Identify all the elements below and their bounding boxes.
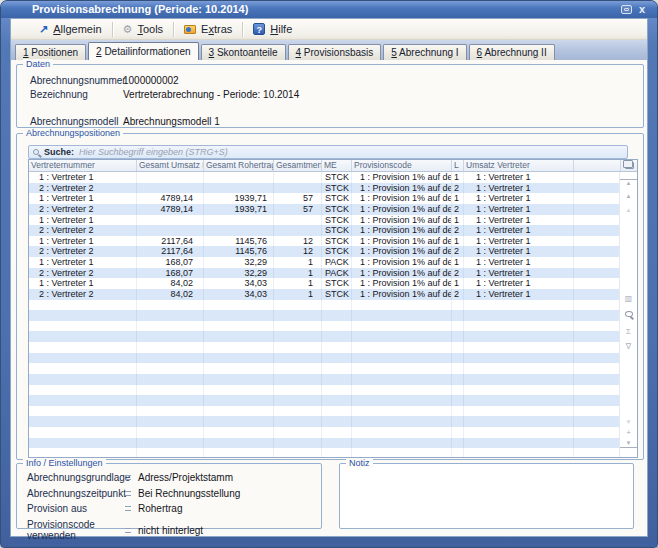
scroll-up-page-icon[interactable]: ▲ (620, 207, 637, 214)
table-row[interactable]: 1 : Vertreter 1STCK1 : Provision 1% auf … (29, 215, 621, 226)
equals-icon (125, 491, 131, 496)
menu-item-extras[interactable]: Extras (177, 21, 239, 37)
grid-search-icon[interactable] (625, 311, 633, 317)
table-row-empty[interactable] (29, 331, 621, 342)
menu-item-allgemein[interactable]: ↗Allgemein (32, 21, 109, 37)
grid-cell (274, 416, 322, 427)
search-input[interactable] (79, 147, 623, 157)
table-row[interactable]: 2 : Vertreter 2STCK1 : Provision 1% auf … (29, 225, 621, 236)
tab-5-abrechnung-i[interactable]: 5 Abrechnung I (383, 44, 466, 60)
grid-cell (137, 331, 204, 342)
table-row-empty[interactable] (29, 448, 621, 457)
tab-3-skontoanteile[interactable]: 3 Skontoanteile (201, 44, 286, 60)
scroll-up-icon[interactable]: ▲ (620, 193, 637, 200)
grid-cell (137, 172, 204, 183)
column-header-umsatz-vertreter[interactable]: Umsatz Vertreter (464, 160, 574, 171)
title-bar[interactable]: Provisionsabrechnung (Periode: 10.2014) … (1, 1, 657, 18)
grid-cell: STCK (322, 172, 352, 183)
grid-cell (452, 310, 464, 321)
grid-cell (204, 172, 274, 183)
column-header-me[interactable]: ME (322, 160, 352, 171)
grid-cell: 2 (452, 289, 464, 300)
menu-item-hilfe[interactable]: ?Hilfe (246, 21, 299, 37)
table-row-empty[interactable] (29, 438, 621, 449)
grid-cell: 57 (274, 204, 322, 215)
grid-cell: 1 : Vertreter 1 (464, 193, 574, 204)
grid-cell (574, 204, 621, 215)
column-header-gesamtmenge[interactable]: Gesamtmenge (274, 160, 322, 171)
column-header-provisionscode[interactable]: Provisionscode (352, 160, 452, 171)
table-row-empty[interactable] (29, 310, 621, 321)
scroll-to-bottom-icon[interactable]: ▼ (620, 440, 637, 448)
table-row[interactable]: 2 : Vertreter 2STCK1 : Provision 1% auf … (29, 183, 621, 194)
grid-cell: 1 : Vertreter 1 (464, 289, 574, 300)
table-row[interactable]: 2 : Vertreter 284,0234,031STCK1 : Provis… (29, 289, 621, 300)
table-row[interactable]: 1 : Vertreter 184,0234,031STCK1 : Provis… (29, 278, 621, 289)
menu-item-tools[interactable]: ⚙Tools (116, 21, 171, 37)
tab-6-abrechnung-ii[interactable]: 6 Abrechnung II (469, 44, 555, 60)
scroll-to-top-icon[interactable]: ▲ (620, 179, 637, 187)
grid-cell (137, 353, 204, 364)
grid-cell: STCK (322, 246, 352, 257)
tab-2-detailinformationen[interactable]: 2 Detailinformationen (88, 42, 199, 60)
table-row-empty[interactable] (29, 342, 621, 353)
grid-cell (204, 183, 274, 194)
table-row[interactable]: 2 : Vertreter 22117,641145,7612STCK1 : P… (29, 246, 621, 257)
filter-icon[interactable]: ∇ (620, 342, 637, 351)
table-row-empty[interactable] (29, 395, 621, 406)
table-row[interactable]: 1 : Vertreter 1168,0732,291PACK1 : Provi… (29, 257, 621, 268)
grid-cell: 84,02 (137, 289, 204, 300)
table-row-empty[interactable] (29, 353, 621, 364)
info-legend: Info / Einstellungen (23, 458, 106, 468)
grid-cell: STCK (322, 278, 352, 289)
column-header-l[interactable]: L (452, 160, 464, 171)
table-row[interactable]: 2 : Vertreter 24789,141939,7157STCK1 : P… (29, 204, 621, 215)
table-row-empty[interactable] (29, 406, 621, 417)
restore-window-icon[interactable] (621, 5, 632, 14)
table-row[interactable]: 2 : Vertreter 2168,0732,291PACK1 : Provi… (29, 268, 621, 279)
grid-cell (137, 448, 204, 457)
notiz-groupbox[interactable]: Notiz (339, 463, 634, 529)
table-row-empty[interactable] (29, 427, 621, 438)
field-row: Provisionscode verwendennicht hinterlegt (27, 519, 203, 541)
table-row-empty[interactable] (29, 300, 621, 311)
grid-cell: 168,07 (137, 257, 204, 268)
grid-cell (464, 321, 574, 332)
grid-cell (274, 427, 322, 438)
columns-view-icon[interactable]: ▥ (620, 294, 637, 303)
notiz-textarea[interactable] (341, 465, 632, 527)
grid-cell (452, 427, 464, 438)
grid-cell (29, 395, 137, 406)
table-row-empty[interactable] (29, 321, 621, 332)
column-header-vertreternummer[interactable]: Vertreternummer (29, 160, 137, 171)
tab-4-provisionsbasis[interactable]: 4 Provisionsbasis (288, 44, 382, 60)
table-row-empty[interactable] (29, 363, 621, 374)
grid-cell: 1 : Vertreter 1 (464, 215, 574, 226)
field-value: Rohertrag (138, 503, 182, 514)
grid-cell (204, 448, 274, 457)
grid-cell (574, 257, 621, 268)
grid-cell (574, 331, 621, 342)
sum-row-icon[interactable]: Σ (620, 327, 637, 336)
table-row-empty[interactable] (29, 374, 621, 385)
client-area: ↗Allgemein⚙ToolsExtras?Hilfe 1 Positione… (10, 18, 648, 537)
close-window-icon[interactable]: x (639, 4, 645, 15)
column-header-gesamt-rohertrag-eur[interactable]: Gesamt Rohertrag EUR (204, 160, 274, 171)
table-row-empty[interactable] (29, 385, 621, 396)
grid-cell: 1 : Vertreter 1 (29, 278, 137, 289)
grid-cell (322, 427, 352, 438)
scroll-thumb-icon[interactable]: + (620, 428, 637, 437)
table-row[interactable]: 1 : Vertreter 1STCK1 : Provision 1% auf … (29, 172, 621, 183)
table-row[interactable]: 1 : Vertreter 12117,641145,7612STCK1 : P… (29, 236, 621, 247)
grid-side-toolbar: ▲ ▲ ▲ ▥ Σ ∇ ▼ + ▼ (619, 172, 637, 457)
table-row[interactable]: 1 : Vertreter 14789,141939,7157STCK1 : P… (29, 193, 621, 204)
tab-1-positionen[interactable]: 1 Positionen (15, 44, 86, 60)
search-bar[interactable]: Suche: (28, 145, 628, 159)
column-header-gesamt-umsatz-eur[interactable]: Gesamt Umsatz EUR (137, 160, 204, 171)
table-row-empty[interactable] (29, 416, 621, 427)
grid-cell (352, 448, 452, 457)
grid-cell: 1 (274, 289, 322, 300)
scroll-down-page-icon[interactable]: ▼ (620, 419, 637, 426)
field-row: Abrechnungsnummer1000000002 (30, 75, 633, 86)
column-chooser-icon[interactable] (625, 162, 634, 169)
